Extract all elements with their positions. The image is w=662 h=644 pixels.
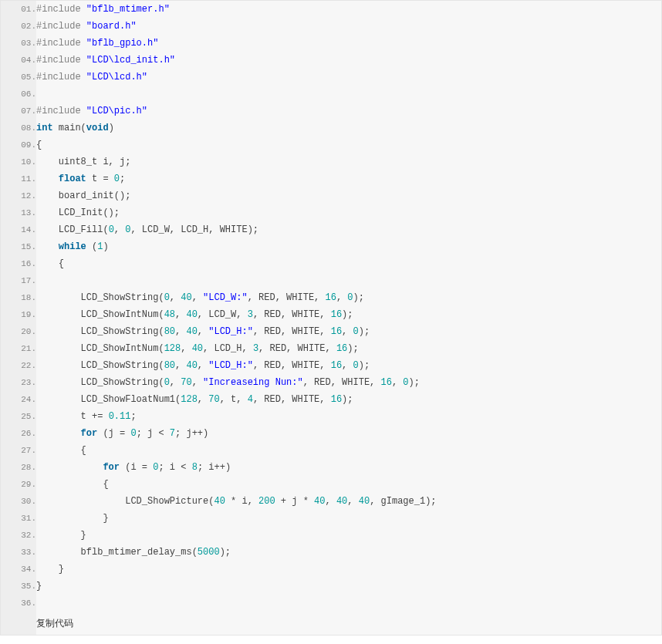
line-number: 21. bbox=[1, 340, 36, 357]
token-plain: , bbox=[392, 377, 403, 388]
token-plain: ); bbox=[409, 377, 420, 388]
copy-code-link[interactable]: 复制代码 bbox=[36, 612, 661, 635]
code-content: LCD_ShowString(80, 40, "LCD_H:", RED, WH… bbox=[36, 357, 661, 374]
code-content: { bbox=[36, 476, 661, 493]
line-number: 14. bbox=[1, 221, 36, 238]
code-content: for (i = 0; i < 8; i++) bbox=[36, 459, 661, 476]
token-num: 40 bbox=[359, 496, 370, 507]
line-number: 16. bbox=[1, 255, 36, 272]
token-plain bbox=[36, 241, 59, 252]
token-num: 7 bbox=[170, 428, 175, 439]
token-num: 40 bbox=[186, 360, 197, 371]
token-num: 0 bbox=[164, 377, 170, 388]
token-plain: , bbox=[192, 292, 203, 303]
code-content: while (1) bbox=[36, 238, 661, 255]
code-content: } bbox=[36, 510, 661, 527]
code-line: 04.#include "LCD\lcd_init.h" bbox=[1, 52, 661, 69]
code-line: 09.{ bbox=[1, 137, 661, 153]
token-plain: ; j++) bbox=[175, 428, 208, 439]
token-plain: , bbox=[198, 394, 208, 405]
token-plain: , bbox=[175, 326, 186, 337]
code-content bbox=[36, 595, 661, 612]
gutter-empty bbox=[1, 612, 36, 635]
code-table: 01.#include "bflb_mtimer.h"02.#include "… bbox=[1, 1, 661, 635]
token-type: float bbox=[59, 174, 86, 184]
token-num: 40 bbox=[186, 326, 197, 337]
code-line: 14. LCD_Fill(0, 0, LCD_W, LCD_H, WHITE); bbox=[1, 221, 661, 238]
token-plain: , bbox=[170, 377, 181, 388]
token-str: "LCD\pic.h" bbox=[86, 106, 147, 116]
token-kw: for bbox=[81, 428, 98, 439]
code-line: 08.int main(void) bbox=[1, 120, 661, 137]
code-content: LCD_Init(); bbox=[36, 204, 661, 221]
code-line: 28. for (i = 0; i < 8; i++) bbox=[1, 459, 661, 476]
token-num: 16 bbox=[331, 326, 342, 337]
token-plain: } bbox=[36, 564, 64, 575]
line-number: 26. bbox=[1, 425, 36, 442]
code-content bbox=[36, 86, 661, 103]
token-plain: LCD_ShowString( bbox=[36, 292, 164, 303]
token-num: 8 bbox=[192, 462, 198, 473]
token-plain: uint8_t i, j; bbox=[36, 157, 130, 167]
code-line: 22. LCD_ShowString(80, 40, "LCD_H:", RED… bbox=[1, 357, 661, 374]
code-line: 33. bflb_mtimer_delay_ms(5000); bbox=[1, 544, 661, 561]
token-plain: ) bbox=[109, 123, 114, 133]
token-str: "bflb_mtimer.h" bbox=[86, 4, 170, 15]
token-plain: (i = bbox=[120, 462, 153, 473]
token-str: "LCD_W:" bbox=[203, 292, 248, 303]
code-content: LCD_ShowString(80, 40, "LCD_H:", RED, WH… bbox=[36, 323, 661, 340]
code-line: 13. LCD_Init(); bbox=[1, 204, 661, 221]
code-line: 25. t += 0.11; bbox=[1, 408, 661, 425]
code-content: } bbox=[36, 561, 661, 578]
token-num: 0 bbox=[353, 360, 359, 371]
token-plain bbox=[36, 462, 103, 473]
token-plain: t += bbox=[36, 411, 109, 422]
token-plain: ); bbox=[359, 360, 370, 371]
token-plain: , RED, WHITE, bbox=[253, 360, 331, 371]
token-plain: { bbox=[36, 258, 64, 269]
token-plain: , bbox=[175, 309, 186, 320]
code-content: LCD_Fill(0, 0, LCD_W, LCD_H, WHITE); bbox=[36, 221, 661, 238]
token-plain: , bbox=[326, 496, 336, 507]
token-num: 0 bbox=[353, 326, 359, 337]
token-num: 0 bbox=[164, 292, 170, 303]
token-plain: LCD_ShowFloatNum1( bbox=[36, 394, 181, 405]
line-number: 13. bbox=[1, 204, 36, 221]
code-content: LCD_ShowString(0, 70, "Increaseing Nun:"… bbox=[36, 374, 661, 391]
code-line: 20. LCD_ShowString(80, 40, "LCD_H:", RED… bbox=[1, 323, 661, 340]
code-content: for (j = 0; j < 7; j++) bbox=[36, 425, 661, 442]
code-content: uint8_t i, j; bbox=[36, 153, 661, 170]
token-plain: { bbox=[36, 140, 42, 150]
token-plain: ); bbox=[359, 326, 370, 337]
line-number: 32. bbox=[1, 527, 36, 544]
line-number: 20. bbox=[1, 323, 36, 340]
token-plain: LCD_ShowIntNum( bbox=[36, 343, 164, 354]
token-plain: LCD_Fill( bbox=[36, 224, 109, 235]
token-pp: #include bbox=[36, 72, 86, 83]
token-num: 80 bbox=[164, 360, 175, 371]
token-plain: } bbox=[36, 513, 109, 524]
token-plain: , bbox=[342, 360, 353, 371]
token-num: 0 bbox=[347, 292, 353, 303]
token-plain: ; bbox=[120, 174, 125, 184]
token-plain: , bbox=[192, 377, 203, 388]
line-number: 15. bbox=[1, 238, 36, 255]
token-str: "LCD_H:" bbox=[208, 326, 253, 337]
line-number: 10. bbox=[1, 153, 36, 170]
token-plain: ); bbox=[342, 309, 353, 320]
code-content: bflb_mtimer_delay_ms(5000); bbox=[36, 544, 661, 561]
token-num: 0 bbox=[403, 377, 408, 388]
line-number: 05. bbox=[1, 69, 36, 86]
token-num: 16 bbox=[331, 394, 342, 405]
token-plain bbox=[36, 428, 81, 439]
token-plain: bflb_mtimer_delay_ms( bbox=[36, 547, 198, 558]
token-num: 80 bbox=[164, 326, 175, 337]
token-plain: LCD_ShowPicture( bbox=[36, 496, 214, 507]
code-line: 26. for (j = 0; j < 7; j++) bbox=[1, 425, 661, 442]
code-body: 01.#include "bflb_mtimer.h"02.#include "… bbox=[1, 1, 661, 635]
token-plain: LCD_ShowString( bbox=[36, 377, 164, 388]
code-line: 29. { bbox=[1, 476, 661, 493]
line-number: 33. bbox=[1, 544, 36, 561]
code-content: float t = 0; bbox=[36, 170, 661, 187]
line-number: 25. bbox=[1, 408, 36, 425]
